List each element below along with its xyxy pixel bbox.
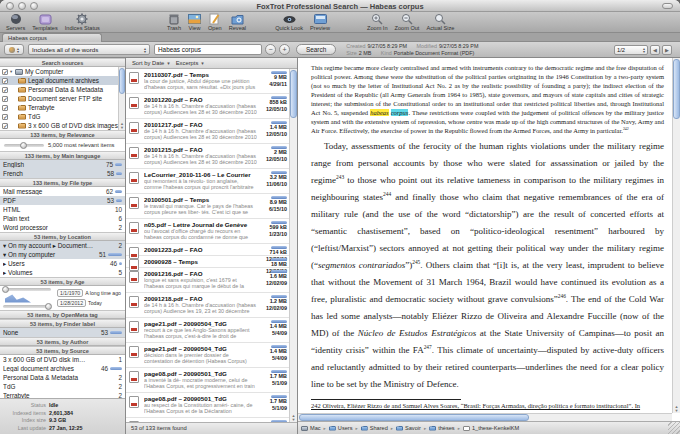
zoom-in-button[interactable]: Zoom In xyxy=(367,13,388,31)
page-popup[interactable]: 1/2 ▴▾ xyxy=(614,45,648,55)
result-item[interactable]: 20091223.pdf – FAO 714 kB 12/22/09 xyxy=(126,244,297,256)
age-to-knob[interactable] xyxy=(45,303,52,310)
result-item[interactable]: page21.pdf – 20090504_TdG recourt à ce q… xyxy=(126,318,297,343)
age-from-knob[interactable] xyxy=(2,286,9,293)
path-item[interactable]: Shared ▸ xyxy=(361,425,396,431)
facet-row[interactable]: English 75 xyxy=(0,160,125,169)
preview-horizontal-scrollbar[interactable] xyxy=(298,413,672,421)
templates-button[interactable]: Templates xyxy=(32,13,58,31)
source-checkbox[interactable]: ✓ xyxy=(2,105,8,111)
tab-habeas-corpus[interactable]: Habeas corpus xyxy=(2,33,102,42)
path-item[interactable]: thèses ▸ xyxy=(429,425,463,431)
result-item[interactable]: 20091218.pdf – FAO de 14 h à 16 h. Chamb… xyxy=(126,293,297,318)
source-row[interactable]: ✓ Document server FTP site xyxy=(0,94,118,103)
result-excerpt: de 14 h à 16 h. Chambre d'accusation (ha… xyxy=(144,153,257,166)
result-date: 5/4/09 xyxy=(257,355,287,362)
results-scroll-thumb[interactable] xyxy=(290,70,297,118)
source-checkbox[interactable]: ✓ xyxy=(2,114,8,120)
preview-scroll-thumb[interactable] xyxy=(673,59,680,119)
facet-row[interactable]: Plain text 6 xyxy=(0,214,125,223)
age-to-slider[interactable] xyxy=(3,305,51,308)
source-row[interactable]: ✓ TdG xyxy=(0,112,118,121)
facet-row[interactable]: ▸ Users 46 xyxy=(0,259,125,268)
facet-count: 2 xyxy=(118,374,122,381)
facet-row[interactable]: Word processor 2 xyxy=(0,223,125,232)
result-item[interactable]: page21.pdf – 20090504_TdG décision dans … xyxy=(126,343,297,368)
facet-row[interactable]: 3 x 600 GB of DVD disk im… 1 xyxy=(0,355,125,364)
eye-icon xyxy=(283,13,296,25)
relevance-slider[interactable] xyxy=(4,144,44,147)
open-button[interactable]: Open xyxy=(208,13,222,31)
result-item[interactable]: 20101217.pdf – FAO de 14 h à 16 h. Chamb… xyxy=(126,119,297,144)
relevance-slider-knob[interactable] xyxy=(20,142,27,149)
view-button[interactable]: View xyxy=(188,13,201,31)
result-item[interactable]: 20101215.pdf – FAO de 14 h à 16 h. Chamb… xyxy=(126,144,297,169)
reveal-button[interactable]: Reveal xyxy=(229,13,246,31)
facet-row[interactable]: French 58 xyxy=(0,169,125,178)
path-item[interactable]: Users ▸ xyxy=(329,425,361,431)
next-page-button[interactable]: ▶ xyxy=(662,45,672,55)
result-item[interactable]: n05.pdf – Lettre Journal de Genève ou l'… xyxy=(126,219,297,244)
path-item[interactable]: Savoir ▸ xyxy=(396,425,429,431)
preview-vertical-scrollbar[interactable]: ▲▼ xyxy=(672,58,680,413)
remove-criterion-button[interactable]: − xyxy=(265,44,276,55)
actual-size-button[interactable]: Actual Size xyxy=(426,13,454,31)
path-item[interactable]: 1_these-KenkelKM ▸ xyxy=(463,425,519,431)
result-item[interactable]: 20100501.pdf – Temps le travail qui manq… xyxy=(126,194,297,219)
result-excerpt: qui remontent à la révolu- tion anglaise… xyxy=(144,178,257,191)
result-item[interactable]: 20091216.pdf – FAO longue et sans expuls… xyxy=(126,268,297,293)
preview-button[interactable]: Preview xyxy=(310,13,330,31)
zoom-out-button[interactable]: Zoom Out xyxy=(395,13,420,31)
facet-row[interactable]: HTML 10 xyxy=(0,205,125,214)
facet-row[interactable]: Terrabyte 2 xyxy=(0,391,125,398)
source-row[interactable]: ✓ Terrabyte xyxy=(0,103,118,112)
match-mode-popup[interactable]: Includes all of the words ▴▾ xyxy=(28,44,150,55)
result-item[interactable]: page08.pdf – 20090501_TdG au respect de … xyxy=(126,393,297,418)
add-criterion-button[interactable]: + xyxy=(279,44,290,55)
source-row[interactable]: ✓ 3 x 600 GB of DVD disk images xyxy=(0,121,118,130)
search-button[interactable]: Search xyxy=(296,44,336,55)
sources-scrollbar[interactable]: ▲▼ xyxy=(118,67,125,130)
status-value: 2,601,384 xyxy=(49,410,73,418)
results-scrollbar[interactable]: ▲▼ xyxy=(289,69,297,422)
resize-grip[interactable] xyxy=(668,422,680,434)
saved-search-scope-button[interactable]: ▴▾ xyxy=(4,44,24,55)
result-item[interactable]: LeCourrier_2010-11-06 – Le Courrier qui … xyxy=(126,169,297,194)
path-label: Shared xyxy=(370,425,388,431)
facet-row[interactable]: ▾ On my account ▸ Document… 2 xyxy=(0,241,125,250)
facet-row[interactable]: ▸ Volumes 5 xyxy=(0,268,125,277)
facet-row[interactable]: ▾ On my computer 51 xyxy=(0,250,125,259)
facet-row[interactable]: None 53 xyxy=(0,328,125,337)
excerpts-popup[interactable]: Excerpts▾ xyxy=(176,60,204,66)
sources-scroll-thumb[interactable] xyxy=(119,68,125,94)
source-row[interactable]: ✓ Personal Data & Metadata xyxy=(0,85,118,94)
previous-page-button[interactable]: ◀ xyxy=(650,45,660,55)
path-item[interactable]: Mac ▸ xyxy=(301,425,329,431)
age-filter: 1/1/1970 A long time ago 1/28/2012 Today xyxy=(0,286,125,310)
result-item[interactable]: page08.pdf – 20090501_TdG a inventé la d… xyxy=(126,368,297,393)
result-item[interactable]: 20110307.pdf – Temps la cour de justice,… xyxy=(126,69,297,94)
source-row[interactable]: ✓ Legal document archives xyxy=(0,76,118,85)
facet-row[interactable]: Mail message 62 xyxy=(0,187,125,196)
result-item[interactable]: 20101220.pdf – FAO de 14 h à 16 h. Chamb… xyxy=(126,94,297,119)
indices-status-button[interactable]: Indices Status xyxy=(65,13,100,31)
toolbar-toggle-button[interactable] xyxy=(662,3,673,9)
facet-row[interactable]: Personal Data & Metadata 2 xyxy=(0,373,125,382)
source-checkbox[interactable]: ✓ xyxy=(2,96,8,102)
source-checkbox[interactable]: ✓ xyxy=(2,123,8,129)
facet-row[interactable]: TdG 2 xyxy=(0,382,125,391)
facet-row[interactable]: Legal document archives 46 xyxy=(0,364,125,373)
quick-look-button[interactable]: Quick Look xyxy=(275,13,303,31)
search-input[interactable] xyxy=(154,44,262,55)
sort-by-popup[interactable]: Sort by Date▾ xyxy=(132,60,170,66)
facet-row[interactable]: PDF 53 xyxy=(0,196,125,205)
trash-button[interactable]: Trash xyxy=(167,13,181,31)
preview-hscroll-thumb[interactable] xyxy=(299,414,529,421)
age-from-slider[interactable] xyxy=(3,288,51,291)
source-checkbox[interactable]: ✓ xyxy=(2,69,8,75)
result-item[interactable]: 20090928 – Temps 18 MB 12/02/09 xyxy=(126,256,297,268)
servers-button[interactable]: Servers xyxy=(6,13,25,31)
source-row[interactable]: ✓ ▾ My Computer xyxy=(0,67,118,76)
source-checkbox[interactable]: ✓ xyxy=(2,87,8,93)
source-checkbox[interactable]: ✓ xyxy=(2,78,8,84)
